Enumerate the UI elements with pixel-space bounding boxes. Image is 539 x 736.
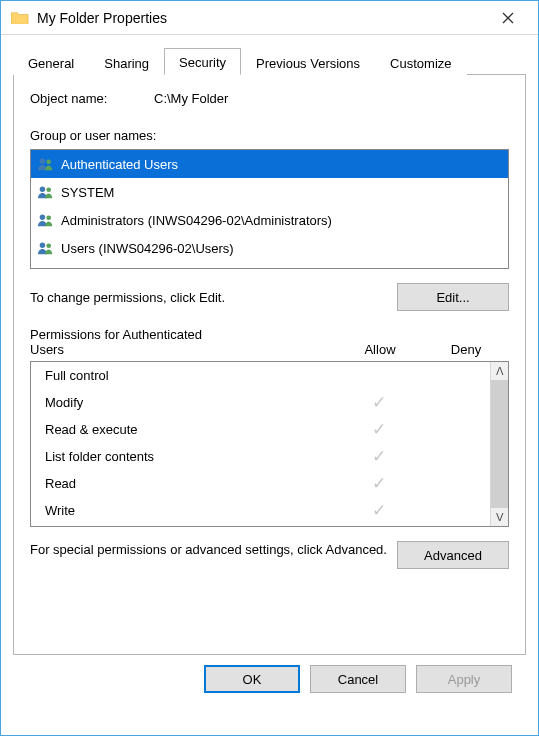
dialog-buttons: OK Cancel Apply [13,665,526,707]
checkmark-icon: ✓ [372,500,386,521]
svg-point-7 [46,243,51,248]
user-group-icon [37,184,55,200]
permission-name: Read [45,476,336,491]
close-button[interactable] [486,4,530,32]
group-list-item[interactable]: Authenticated Users [31,150,508,178]
permissions-scrollbar[interactable]: ᐱ ᐯ [490,362,508,526]
cancel-button[interactable]: Cancel [310,665,406,693]
permission-allow: ✓ [336,446,422,467]
user-group-icon [37,212,55,228]
tab-security[interactable]: Security [164,48,241,75]
permission-row: Full control [31,362,490,389]
permission-name: Read & execute [45,422,336,437]
group-list-item[interactable]: SYSTEM [31,178,508,206]
ok-button[interactable]: OK [204,665,300,693]
group-name: Administrators (INWS04296-02\Administrat… [61,213,332,228]
object-name-value: C:\My Folder [154,91,228,106]
permission-allow: ✓ [336,419,422,440]
svg-point-3 [46,187,51,192]
tab-customize[interactable]: Customize [375,50,466,75]
permission-allow: ✓ [336,473,422,494]
permission-allow: ✓ [336,392,422,413]
object-name-label: Object name: [30,91,154,106]
user-group-icon [37,240,55,256]
advanced-button[interactable]: Advanced [397,541,509,569]
scroll-thumb[interactable] [491,380,508,508]
permissions-title: Permissions for Authenticated Users [30,327,337,357]
checkmark-icon: ✓ [372,419,386,440]
window-title: My Folder Properties [37,10,486,26]
tab-bar: General Sharing Security Previous Versio… [13,47,526,75]
svg-point-6 [40,243,45,248]
tab-general[interactable]: General [13,50,89,75]
permission-name: Write [45,503,336,518]
advanced-hint: For special permissions or advanced sett… [30,541,387,559]
titlebar: My Folder Properties [1,1,538,35]
tab-sharing[interactable]: Sharing [89,50,164,75]
svg-point-2 [40,187,45,192]
scroll-up-icon[interactable]: ᐱ [491,362,508,380]
permission-row: Read✓ [31,470,490,497]
allow-column-header: Allow [337,342,423,357]
permission-allow: ✓ [336,500,422,521]
group-list-item[interactable]: Users (INWS04296-02\Users) [31,234,508,262]
checkmark-icon: ✓ [372,473,386,494]
edit-hint: To change permissions, click Edit. [30,290,225,305]
permission-name: Modify [45,395,336,410]
edit-button[interactable]: Edit... [397,283,509,311]
checkmark-icon: ✓ [372,392,386,413]
apply-button[interactable]: Apply [416,665,512,693]
svg-point-0 [40,159,45,164]
close-icon [502,12,514,24]
checkmark-icon: ✓ [372,446,386,467]
group-list-item[interactable]: Administrators (INWS04296-02\Administrat… [31,206,508,234]
permission-name: List folder contents [45,449,336,464]
scroll-down-icon[interactable]: ᐯ [491,508,508,526]
permission-row: List folder contents✓ [31,443,490,470]
tab-previous-versions[interactable]: Previous Versions [241,50,375,75]
permission-row: Read & execute✓ [31,416,490,443]
group-name: SYSTEM [61,185,114,200]
group-name: Authenticated Users [61,157,178,172]
permission-row: Modify✓ [31,389,490,416]
security-tab-page: Object name: C:\My Folder Group or user … [13,75,526,655]
svg-point-5 [46,215,51,220]
group-list[interactable]: Authenticated UsersSYSTEMAdministrators … [30,149,509,269]
permission-name: Full control [45,368,336,383]
user-group-icon [37,156,55,172]
permissions-list: Full controlModify✓Read & execute✓List f… [30,361,509,527]
svg-point-4 [40,215,45,220]
permission-row: Write✓ [31,497,490,524]
deny-column-header: Deny [423,342,509,357]
group-name: Users (INWS04296-02\Users) [61,241,234,256]
group-names-label: Group or user names: [30,128,509,143]
svg-point-1 [46,159,51,164]
object-name-row: Object name: C:\My Folder [30,91,509,106]
folder-icon [11,10,29,25]
